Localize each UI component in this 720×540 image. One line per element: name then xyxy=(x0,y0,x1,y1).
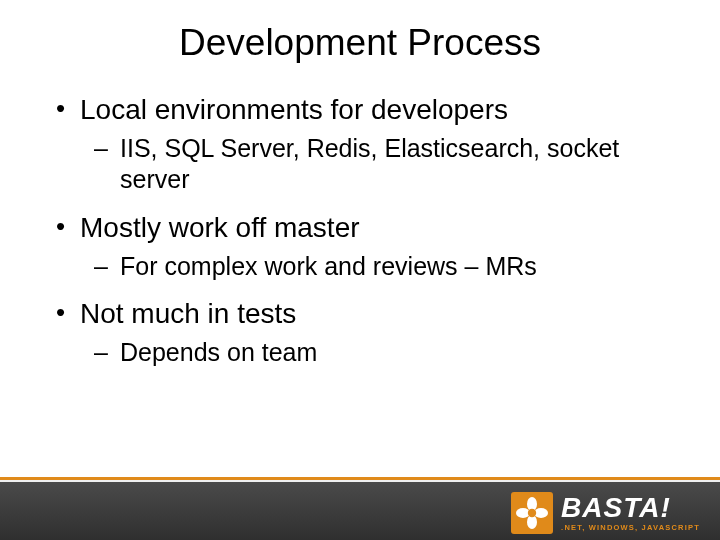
list-item-text: Mostly work off master xyxy=(80,212,360,243)
sub-list: Depends on team xyxy=(80,337,672,368)
logo-main-text: BASTA! xyxy=(561,494,700,522)
list-item: Local environments for developers IIS, S… xyxy=(54,92,672,196)
sub-list-item-text: Depends on team xyxy=(120,338,317,366)
slide: Development Process Local environments f… xyxy=(0,0,720,540)
list-item-text: Local environments for developers xyxy=(80,94,508,125)
list-item: Mostly work off master For complex work … xyxy=(54,210,672,282)
list-item-text: Not much in tests xyxy=(80,298,296,329)
sub-list-item-text: IIS, SQL Server, Redis, Elasticsearch, s… xyxy=(120,134,619,193)
sub-list: For complex work and reviews – MRs xyxy=(80,251,672,282)
bullet-list: Local environments for developers IIS, S… xyxy=(54,92,672,368)
slide-content: Local environments for developers IIS, S… xyxy=(0,64,720,368)
slide-title: Development Process xyxy=(0,0,720,64)
logo-sub-text: .NET, WINDOWS, JAVASCRIPT xyxy=(561,524,700,532)
sub-list-item: IIS, SQL Server, Redis, Elasticsearch, s… xyxy=(94,133,672,196)
list-item: Not much in tests Depends on team xyxy=(54,296,672,368)
logo-text: BASTA! .NET, WINDOWS, JAVASCRIPT xyxy=(561,494,700,532)
sub-list: IIS, SQL Server, Redis, Elasticsearch, s… xyxy=(80,133,672,196)
flower-icon xyxy=(511,492,553,534)
svg-point-4 xyxy=(528,509,536,517)
slide-footer: BASTA! .NET, WINDOWS, JAVASCRIPT xyxy=(0,482,720,540)
logo: BASTA! .NET, WINDOWS, JAVASCRIPT xyxy=(511,492,700,534)
sub-list-item: Depends on team xyxy=(94,337,672,368)
sub-list-item-text: For complex work and reviews – MRs xyxy=(120,252,537,280)
sub-list-item: For complex work and reviews – MRs xyxy=(94,251,672,282)
footer-light-line xyxy=(0,480,720,482)
